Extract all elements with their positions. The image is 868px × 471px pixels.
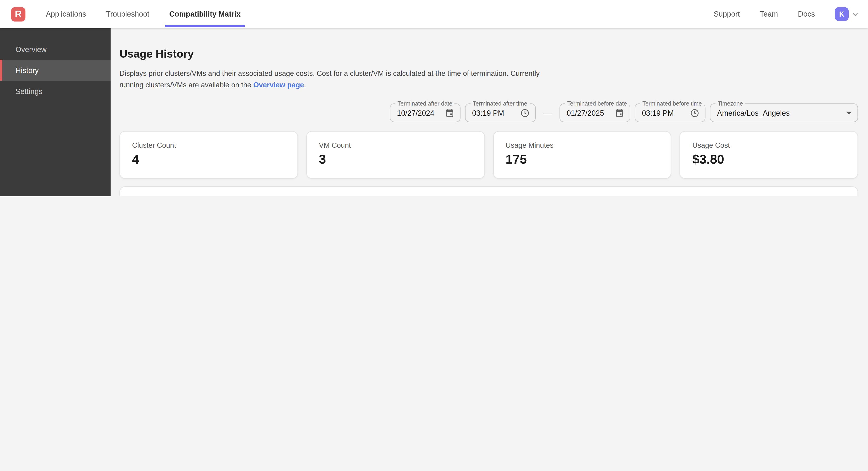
page-title: Usage History (119, 48, 858, 60)
avatar[interactable]: K (835, 7, 849, 21)
stat-label: Cluster Count (132, 141, 298, 149)
overview-page-link[interactable]: Overview page (253, 81, 304, 89)
sidebar-item-history[interactable]: History (0, 60, 111, 81)
field-value: America/Los_Angeles (717, 109, 843, 117)
account-menu[interactable]: K (835, 7, 859, 21)
field-value: 10/27/2024 (397, 109, 445, 117)
nav-item-troubleshoot[interactable]: Troubleshoot (106, 0, 149, 28)
calendar-icon[interactable] (615, 108, 624, 118)
timezone-select[interactable]: Timezone America/Los_Angeles (710, 104, 858, 122)
density-icon[interactable] (820, 195, 830, 196)
page-description: Displays prior clusters/VMs and their as… (119, 68, 552, 91)
fullscreen-icon[interactable] (839, 195, 848, 196)
replicated-logo[interactable]: R (11, 7, 25, 21)
nav-item-support[interactable]: Support (714, 10, 740, 18)
description-text: Displays prior clusters/VMs and their as… (119, 69, 539, 89)
clock-icon[interactable] (520, 108, 530, 118)
terminated-before-date-input[interactable]: Terminated before date 01/27/2025 (560, 104, 630, 122)
terminated-after-date-input[interactable]: Terminated after date 10/27/2024 (390, 104, 461, 122)
usage-history-table-card: Actions Name By Cost (119, 186, 858, 196)
app-root: R Applications Troubleshoot Compatibilit… (0, 0, 868, 196)
nav-item-compatibility-matrix[interactable]: Compatibility Matrix (169, 0, 241, 28)
stat-value: $3.80 (692, 152, 858, 167)
stat-card-usage-minutes: Usage Minutes 175 (493, 131, 672, 179)
primary-nav: Applications Troubleshoot Compatibility … (46, 0, 241, 28)
field-label: Terminated before date (565, 100, 629, 107)
nav-item-applications[interactable]: Applications (46, 0, 86, 28)
stat-label: Usage Minutes (506, 141, 671, 149)
stat-value: 3 (319, 152, 484, 167)
stat-value: 175 (506, 152, 671, 167)
secondary-nav: Support Team Docs K (714, 7, 859, 21)
stat-card-cluster-count: Cluster Count 4 (119, 131, 298, 179)
sidebar-item-overview[interactable]: Overview (0, 39, 111, 60)
stat-label: Usage Cost (692, 141, 858, 149)
columns-icon[interactable] (802, 195, 812, 196)
sidebar-item-settings[interactable]: Settings (0, 81, 111, 101)
clock-icon[interactable] (690, 108, 700, 118)
dropdown-caret-icon (846, 112, 852, 114)
stat-label: VM Count (319, 141, 484, 149)
description-period: . (304, 81, 306, 89)
filter-icon[interactable] (784, 195, 793, 196)
stat-cards: Cluster Count 4 VM Count 3 Usage Minutes… (119, 131, 858, 179)
calendar-icon[interactable] (445, 108, 455, 118)
stat-card-vm-count: VM Count 3 (306, 131, 485, 179)
field-label: Terminated after time (470, 100, 529, 107)
terminated-before-time-input[interactable]: Terminated before time 03:19 PM (634, 104, 705, 122)
field-value: 03:19 PM (472, 109, 520, 117)
filter-bar: Terminated after date 10/27/2024 Termina… (119, 104, 858, 122)
field-value: 03:19 PM (642, 109, 690, 117)
field-label: Terminated before time (640, 100, 704, 107)
field-label: Terminated after date (395, 100, 455, 107)
field-value: 01/27/2025 (567, 109, 615, 117)
stat-value: 4 (132, 152, 298, 167)
top-navbar: R Applications Troubleshoot Compatibilit… (0, 0, 868, 28)
field-label: Timezone (715, 100, 745, 107)
main-content: Usage History Displays prior clusters/VM… (111, 28, 868, 196)
stat-card-usage-cost: Usage Cost $3.80 (680, 131, 858, 179)
terminated-after-time-input[interactable]: Terminated after time 03:19 PM (465, 104, 535, 122)
nav-item-docs[interactable]: Docs (798, 10, 815, 18)
nav-item-team[interactable]: Team (760, 10, 778, 18)
date-range-separator: — (544, 108, 552, 118)
table-toolbar (130, 187, 855, 196)
chevron-down-icon (851, 10, 859, 18)
sidebar: Overview History Settings (0, 28, 111, 196)
